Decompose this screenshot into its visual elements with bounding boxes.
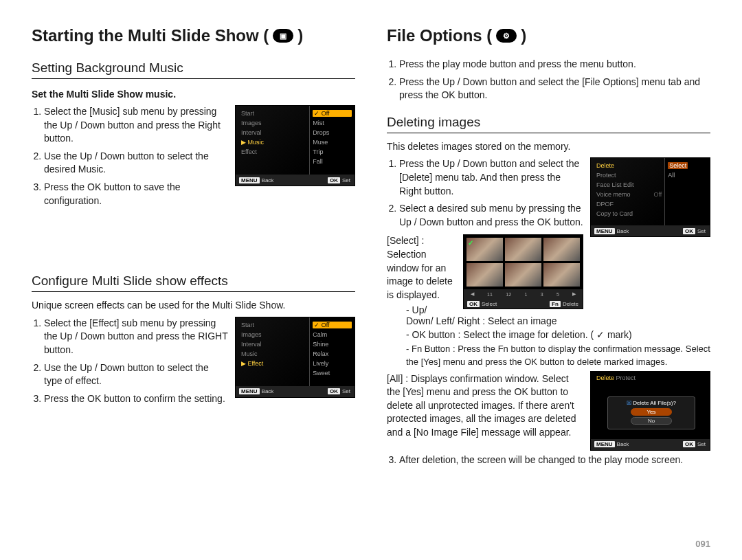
lcd-effect-menu: Start Images Interval Music ▶ Effect ✓ O… (235, 317, 355, 398)
thumb-cell (466, 238, 503, 261)
lcd-set-label: Set (342, 388, 350, 394)
left-title: Starting the Multi Slide Show ( ▣ ) (32, 26, 355, 45)
thumb-cell (543, 238, 580, 261)
lcd-item: Interval (241, 129, 306, 136)
nav-right-icon: ▶ (572, 291, 576, 297)
file-options-intro-steps: Press the play mode button and press the… (387, 58, 710, 102)
lcd-thumbnail-select: ◀ 11 12 1 3 5 ▶ OK Select Fn Delete (463, 234, 583, 309)
step: After deletion, the screen will be chang… (399, 453, 710, 467)
slideshow-icon: ▣ (273, 29, 293, 43)
lcd-menu-btn: MENU (239, 177, 260, 183)
title-text: Starting the Multi Slide Show ( (32, 26, 269, 45)
section-effects: Configure Multi Slide show effects Uniqu… (32, 261, 355, 411)
lcd-ok-btn: OK (328, 388, 340, 394)
thumb-cell (505, 263, 541, 287)
lcd-fn-btn: Fn (550, 301, 561, 307)
lcd-opt: Relax (313, 350, 352, 357)
file-options-icon: ⚙ (496, 29, 517, 43)
modal-no: No (631, 417, 672, 425)
lcd-opt: Mist (313, 120, 352, 126)
lcd-opt: Trip (313, 148, 352, 155)
thumb-cell (505, 238, 541, 261)
page-num: 12 (506, 292, 511, 297)
lcd-opt: Drops (313, 129, 352, 136)
page-num: 3 (541, 292, 543, 297)
nav-left-icon: ◀ (471, 291, 474, 297)
lcd-set-label: Set (697, 228, 706, 234)
page-number: 091 (695, 539, 710, 549)
lcd-item: Effect (241, 148, 306, 155)
heading-bg-music: Setting Background Music (32, 60, 355, 79)
lcd-item: Interval (241, 341, 306, 348)
lcd-back-label: Back (617, 441, 629, 447)
page-num: 1 (524, 292, 527, 297)
section-background-music: Setting Background Music Set the Multi S… (32, 48, 355, 213)
lcd-menu-btn: MENU (239, 388, 260, 394)
lcd-ok-btn: OK (683, 441, 695, 447)
lcd-menu-btn: MENU (594, 228, 615, 234)
intro-deleting: This deletes images stored on the memory… (387, 140, 710, 154)
lcd-item: Images (241, 331, 306, 338)
lcd-ok-btn: OK (683, 228, 695, 234)
thumb-cell (466, 263, 503, 287)
lcd-opt: Lively (313, 360, 352, 367)
step3-list: After deletion, the screen will be chang… (387, 453, 710, 467)
lcd-item: Protect (616, 374, 636, 381)
lcd-item: Start (241, 110, 306, 117)
lcd-menu-btn: MENU (594, 441, 615, 447)
title-close: ) (521, 26, 526, 45)
lcd-opt-selected: Off (322, 110, 330, 117)
lcd-item-selected: Delete (596, 162, 662, 169)
lcd-item: Start (241, 322, 306, 328)
lcd-music-menu: Start Images Interval ▶ Music Effect ✓ O… (235, 105, 355, 186)
detail-line: - Fn Button : Press the Fn button to dis… (406, 343, 710, 368)
lcd-item: Protect (596, 172, 662, 179)
left-column: Starting the Multi Slide Show ( ▣ ) Sett… (32, 26, 355, 472)
lcd-opt: Sweet (313, 370, 352, 377)
step: Press the Up / Down button and select th… (399, 76, 710, 102)
lcd-opt-selected: Off (322, 322, 330, 328)
lcd-item: DPOF (596, 201, 662, 208)
lcd-opt: Shine (313, 341, 352, 348)
heading-deleting: Deleting images (387, 115, 710, 133)
lcd-item-selected: Delete (596, 374, 614, 381)
thumb-cell (543, 263, 580, 287)
right-column: File Options ( ⚙ ) Press the play mode b… (387, 26, 710, 472)
page-num: 11 (487, 292, 493, 297)
lcd-opt: Calm (313, 331, 352, 338)
heading-effects: Configure Multi Slide show effects (32, 273, 355, 292)
lcd-back-label: Back (617, 228, 629, 234)
lcd-set-label: Set (342, 177, 350, 183)
lcd-item: Face List Edit (596, 181, 662, 188)
detail-line: - OK button : Select the image for delet… (406, 329, 710, 340)
step: Press the play mode button and press the… (399, 58, 710, 71)
subheading-bg-music: Set the Multi Slide Show music. (32, 89, 355, 100)
lcd-back-label: Back (262, 177, 274, 183)
lcd-delete-menu: Delete Protect Face List Edit Voice memo… (590, 157, 710, 237)
lcd-value: Off (653, 191, 662, 198)
intro-effects: Unique screen effects can be used for th… (32, 299, 355, 313)
lcd-item-selected: Music (248, 139, 265, 146)
lcd-ok-btn: OK (328, 177, 340, 183)
lcd-item: Music (241, 350, 306, 357)
lcd-item: Images (241, 120, 306, 126)
lcd-ok-btn: OK (467, 301, 480, 307)
page-num: 5 (556, 292, 559, 297)
lcd-item: Voice memo (596, 191, 631, 198)
lcd-select-label: Select (482, 301, 497, 307)
lcd-opt: Fall (313, 158, 352, 165)
lcd-delete-label: Delete (563, 301, 578, 307)
lcd-opt: All (668, 172, 707, 179)
title-text: File Options ( (387, 26, 492, 45)
lcd-back-label: Back (262, 388, 274, 394)
title-close: ) (297, 26, 303, 45)
lcd-opt-selected: Select (668, 162, 688, 169)
lcd-set-label: Set (697, 441, 706, 447)
lcd-delete-all-dialog: Delete Protect ☒ Delete All File(s)? Yes… (590, 371, 710, 451)
modal-yes: Yes (631, 408, 672, 416)
lcd-opt: Muse (313, 139, 352, 146)
modal-question: Delete All File(s)? (633, 400, 676, 406)
right-title: File Options ( ⚙ ) (387, 26, 710, 45)
lcd-item: Copy to Card (596, 210, 662, 217)
confirm-modal: ☒ Delete All File(s)? Yes No (607, 396, 695, 429)
